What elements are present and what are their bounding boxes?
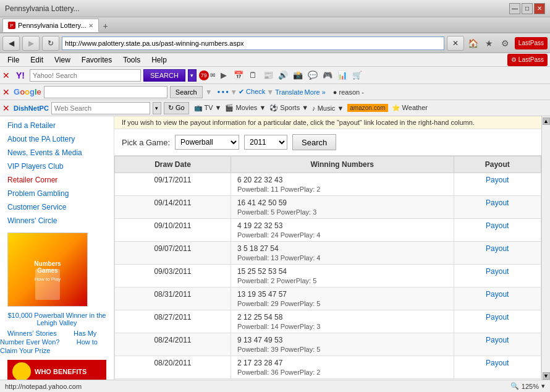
search-button[interactable]: Search (292, 134, 336, 150)
payout-link-2[interactable]: Payout (486, 221, 509, 230)
settings-button[interactable]: ⚙ (499, 36, 512, 50)
menu-help[interactable]: Help (146, 54, 172, 66)
game-picker: Pick a Game: Powerball Mega Millions Cas… (114, 129, 541, 156)
payout-link-8[interactable]: Payout (486, 359, 509, 367)
dish-music[interactable]: ♪ Music ▼ (312, 104, 344, 112)
payout-link-0[interactable]: Payout (486, 176, 509, 184)
yahoo-search-button[interactable]: SEARCH (143, 69, 185, 82)
menu-tools[interactable]: Tools (118, 54, 145, 66)
sidebar-winners-circle[interactable]: Winners' Circle (0, 214, 114, 228)
toolbar-icon-9[interactable]: 📊 (336, 69, 349, 82)
dish-search-input[interactable] (51, 102, 150, 114)
google-translate[interactable]: Translate (275, 88, 303, 96)
sidebar-find-retailer[interactable]: Find a Retailer (0, 119, 114, 132)
toolbar-icon-5[interactable]: 🔊 (277, 69, 289, 82)
google-check[interactable]: ✔ Check (239, 88, 265, 96)
dish-amazon[interactable]: amazon.com (347, 104, 387, 112)
stop-button[interactable]: ✕ (447, 36, 464, 51)
sidebar-promo-image: NumbersGames How to Play (7, 232, 88, 307)
zoom-icon: 🔍 (510, 382, 519, 390)
close-button[interactable]: ✕ (534, 3, 545, 14)
dish-dropdown-arrow[interactable]: ▾ (153, 102, 161, 114)
sidebar-retailer-corner[interactable]: Retailer Corner (0, 173, 114, 187)
payout-link-4[interactable]: Payout (486, 267, 509, 276)
new-tab-button[interactable]: + (99, 20, 111, 32)
forward-button[interactable]: ▶ (22, 36, 40, 51)
tab-active[interactable]: P Pennsylvania Lottery... ✕ (2, 19, 99, 32)
reload-button[interactable]: ↻ (42, 36, 59, 51)
payout-link-5[interactable]: Payout (486, 290, 509, 299)
toolbar-icon-2[interactable]: 📅 (232, 69, 245, 82)
yahoo-toolbar-close[interactable]: ✕ (2, 70, 10, 80)
scrollbar[interactable]: ▲ ▼ (541, 116, 550, 380)
payout-link-6[interactable]: Payout (486, 313, 509, 322)
yahoo-search-dropdown[interactable]: ▾ (188, 69, 197, 82)
back-button[interactable]: ◀ (2, 36, 20, 51)
address-input[interactable] (62, 36, 444, 50)
dish-movies[interactable]: 🎬 Movies ▼ (225, 104, 266, 112)
payout-cell-0: Payout (454, 173, 541, 196)
google-search-button[interactable]: Search (170, 86, 203, 98)
sidebar-customer-service[interactable]: Customer Service (0, 200, 114, 214)
dish-tv[interactable]: 📺 TV ▼ (194, 104, 222, 112)
table-row: 09/14/2011 16 41 42 50 59 Powerball: 5 P… (115, 196, 541, 219)
winning-nums-8: 2 17 23 28 47 (237, 359, 447, 367)
google-toolbar-close[interactable]: ✕ (2, 87, 10, 97)
yahoo-search-input[interactable] (30, 69, 141, 82)
dish-sports[interactable]: ⚽ Sports ▼ (269, 104, 308, 112)
payout-link-7[interactable]: Payout (486, 336, 509, 344)
toolbar-icon-8[interactable]: 🎮 (321, 69, 334, 82)
dish-toolbar-close[interactable]: ✕ (2, 103, 10, 113)
google-search-input[interactable] (44, 86, 167, 98)
toolbar-icon-1[interactable]: ▶ (218, 69, 230, 82)
payout-link-1[interactable]: Payout (486, 198, 509, 207)
menu-file[interactable]: File (2, 54, 24, 66)
winning-nums-2: 4 19 22 32 53 (237, 221, 447, 230)
home-button[interactable]: 🏠 (467, 36, 480, 50)
favorites-button[interactable]: ★ (483, 36, 496, 50)
sidebar-caption[interactable]: $10,000 Powerball Winner in the Lehigh V… (7, 312, 106, 326)
year-select[interactable]: 2011 2010 2009 2008 (244, 135, 287, 150)
toolbar-icon-7[interactable]: 💬 (307, 69, 319, 82)
sidebar-about[interactable]: About the PA Lottery (0, 132, 114, 146)
google-more[interactable]: More » (305, 88, 326, 96)
dish-go-button[interactable]: ↻ Go (164, 102, 189, 114)
numbers-cell-5: 13 19 35 47 57 Powerball: 29 PowerPlay: … (231, 288, 454, 310)
tab-favicon: P (8, 22, 15, 29)
lastpass-menu-button[interactable]: ⚙ LastPass (507, 54, 548, 66)
sidebar-news[interactable]: News, Events & Media (0, 146, 114, 160)
menu-view[interactable]: View (49, 54, 75, 66)
google-sep3: ▼ (266, 88, 274, 96)
toolbar-icon-10[interactable]: 🛒 (351, 69, 363, 82)
content-area: If you wish to view the payout informati… (114, 116, 541, 380)
date-cell-3: 09/07/2011 (115, 242, 231, 265)
menu-edit[interactable]: Edit (25, 54, 48, 66)
google-item-circle3: ● (226, 89, 229, 95)
table-row: 08/27/2011 2 12 25 54 58 Powerball: 14 P… (115, 310, 541, 333)
menu-favorites[interactable]: Favorites (77, 54, 117, 66)
payout-link-3[interactable]: Payout (486, 244, 509, 253)
maximize-button[interactable]: □ (522, 3, 533, 14)
game-select[interactable]: Powerball Mega Millions Cash 5 Match 6 P… (175, 135, 239, 150)
numbers-cell-8: 2 17 23 28 47 Powerball: 36 PowerPlay: 2 (231, 356, 454, 379)
toolbar-icon-4[interactable]: 📰 (262, 69, 274, 82)
scroll-up[interactable]: ▲ (543, 117, 550, 125)
dish-bar-items: 📺 TV ▼ 🎬 Movies ▼ ⚽ Sports ▼ ♪ Music ▼ a… (194, 104, 428, 112)
sidebar-problem-gambling[interactable]: Problem Gambling (0, 187, 114, 200)
sidebar-story-0[interactable]: Winners' Stories (7, 330, 57, 337)
minimize-button[interactable]: — (509, 3, 520, 14)
google-toolbar: ✕ Google Search ▼ ● ● ● ▼ ✔ Check ▼ Tran… (0, 84, 550, 100)
sidebar-who-benefits[interactable]: WHO BENEFITS (7, 360, 106, 380)
numbers-cell-2: 4 19 22 32 53 Powerball: 24 PowerPlay: 4 (231, 219, 454, 242)
toolbar-icon-3[interactable]: 🗒 (247, 69, 260, 82)
dish-weather[interactable]: ⭐ Weather (392, 104, 428, 112)
payout-cell-1: Payout (454, 196, 541, 219)
lastpass-button[interactable]: LastPass (515, 37, 548, 49)
tab-close-icon[interactable]: ✕ (88, 22, 93, 29)
powerball-info-7: Powerball: 39 PowerPlay: 5 (237, 346, 447, 353)
scroll-down[interactable]: ▼ (543, 372, 550, 380)
sidebar-vip[interactable]: VIP Players Club (0, 160, 114, 173)
toolbar-icon-6[interactable]: 📸 (292, 69, 304, 82)
zoom-dropdown[interactable]: ▾ (541, 382, 545, 390)
payout-cell-2: Payout (454, 219, 541, 242)
